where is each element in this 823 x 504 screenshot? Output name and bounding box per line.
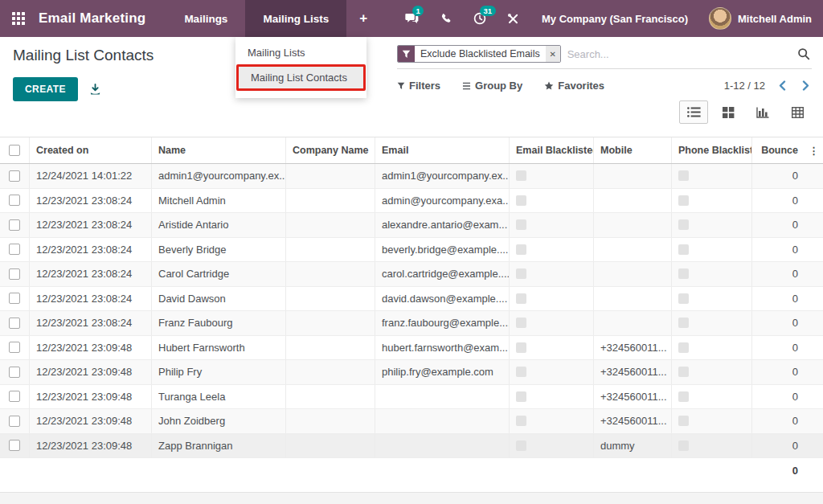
company-switcher[interactable]: My Company (San Francisco) xyxy=(534,13,702,25)
pivot-view-button[interactable] xyxy=(783,100,812,124)
row-checkbox[interactable] xyxy=(9,318,20,329)
kanban-view-button[interactable] xyxy=(714,100,743,124)
cell-company-name xyxy=(285,336,375,360)
email-blacklisted-checkbox xyxy=(516,293,526,304)
messages-button[interactable]: 1 xyxy=(399,0,426,37)
row-checkbox[interactable] xyxy=(9,268,20,280)
col-header-company-name[interactable]: Company Name xyxy=(285,137,375,163)
cell-created-on: 12/23/2021 23:09:48 xyxy=(29,385,151,409)
phone-icon xyxy=(440,13,452,24)
row-checkbox[interactable] xyxy=(9,367,20,378)
cell-company-name xyxy=(285,262,375,286)
table-row[interactable]: 12/23/2021 23:09:48Philip Fryphilip.fry@… xyxy=(0,360,823,385)
cell-mobile xyxy=(593,287,671,311)
search-input[interactable] xyxy=(561,48,797,60)
avatar xyxy=(709,7,731,30)
menu-mailing-lists[interactable]: Mailing Lists xyxy=(245,0,346,37)
star-icon xyxy=(544,81,554,91)
table-row[interactable]: 12/23/2021 23:08:24David Dawsondavid.daw… xyxy=(0,287,823,312)
app-name[interactable]: Email Marketing xyxy=(37,0,166,37)
table-row[interactable]: 12/23/2021 23:09:48Hubert Farnsworthhube… xyxy=(0,336,823,361)
cell-created-on: 12/23/2021 23:09:48 xyxy=(29,409,151,433)
col-header-created-on[interactable]: Created on xyxy=(29,137,151,163)
cell-mobile xyxy=(593,164,671,188)
cell-email: david.dawson@example.... xyxy=(375,287,509,311)
email-blacklisted-checkbox xyxy=(516,244,526,255)
apps-menu-icon[interactable] xyxy=(0,0,37,37)
favorites-button[interactable]: Favorites xyxy=(544,80,604,92)
dropdown-item-mailing-lists[interactable]: Mailing Lists xyxy=(235,42,366,64)
col-header-email[interactable]: Email xyxy=(375,137,509,163)
list-view-button[interactable] xyxy=(679,100,708,124)
tools-button[interactable] xyxy=(500,0,527,37)
dropdown-item-mailing-list-contacts[interactable]: Mailing List Contacts xyxy=(239,67,363,88)
optional-columns-icon[interactable]: ⋮ xyxy=(805,137,823,163)
cell-email xyxy=(375,434,509,458)
activities-button[interactable]: 31 xyxy=(466,0,493,37)
row-checkbox[interactable] xyxy=(9,219,20,231)
cell-phone-blacklisted xyxy=(671,164,751,188)
cell-phone-blacklisted xyxy=(671,238,751,262)
cell-email-blacklisted xyxy=(509,189,593,213)
bounce-total: 0 xyxy=(751,458,805,482)
col-header-phone-blacklisted[interactable]: Phone Blacklist... xyxy=(671,137,751,163)
cell-bounce: 0 xyxy=(751,189,805,213)
group-by-icon xyxy=(462,82,471,90)
user-menu[interactable]: Mitchell Admin xyxy=(709,7,812,30)
row-checkbox[interactable] xyxy=(9,342,20,353)
cell-mobile xyxy=(593,262,671,286)
cell-name: Aristide Antario xyxy=(151,213,285,237)
table-row[interactable]: 12/23/2021 23:08:24Beverly Bridgebeverly… xyxy=(0,238,823,263)
table-row[interactable]: 12/23/2021 23:08:24Franz Faubourgfranz.f… xyxy=(0,311,823,336)
facet-remove-icon[interactable]: ✕ xyxy=(546,46,560,62)
cell-email: carol.cartridge@example.... xyxy=(375,262,509,286)
cell-name: Philip Fry xyxy=(151,360,285,384)
create-button[interactable]: CREATE xyxy=(13,77,78,101)
mailing-lists-dropdown: Mailing Lists Mailing List Contacts xyxy=(235,37,366,98)
kanban-icon xyxy=(723,107,735,118)
email-blacklisted-checkbox xyxy=(516,440,526,451)
menu-mailings[interactable]: Mailings xyxy=(166,0,245,37)
table-row[interactable]: 12/23/2021 23:09:48John Zoidberg+3245600… xyxy=(0,409,823,434)
grid-icon xyxy=(12,12,25,25)
pager-previous-icon[interactable] xyxy=(776,80,788,91)
cell-created-on: 12/23/2021 23:08:24 xyxy=(29,262,151,286)
cell-email xyxy=(375,385,509,409)
row-checkbox[interactable] xyxy=(9,416,20,427)
table-row[interactable]: 12/23/2021 23:09:48Zapp Brannigandummy0 xyxy=(0,434,823,459)
row-checkbox[interactable] xyxy=(9,195,20,206)
cell-created-on: 12/23/2021 23:08:24 xyxy=(29,213,151,237)
table-row[interactable]: 12/23/2021 23:08:24Aristide Antarioalexa… xyxy=(0,213,823,238)
row-checkbox[interactable] xyxy=(9,440,20,451)
email-blacklisted-checkbox xyxy=(516,342,526,353)
graph-view-button[interactable] xyxy=(748,100,777,124)
col-header-email-blacklisted[interactable]: Email Blacklisted xyxy=(509,137,593,163)
menu-plus-button[interactable]: + xyxy=(346,0,380,37)
cell-bounce: 0 xyxy=(751,311,805,335)
col-header-mobile[interactable]: Mobile xyxy=(593,137,671,163)
table-header: Created on Name Company Name Email Email… xyxy=(0,137,823,164)
cell-name: Turanga Leela xyxy=(151,385,285,409)
col-header-name[interactable]: Name xyxy=(151,137,285,163)
row-checkbox[interactable] xyxy=(9,293,20,304)
cell-email: hubert.farnsworth@exam... xyxy=(375,336,509,360)
search-icon[interactable] xyxy=(797,47,812,60)
group-by-button[interactable]: Group By xyxy=(462,80,522,92)
table-row[interactable]: 12/23/2021 23:09:48Turanga Leela+3245600… xyxy=(0,385,823,410)
cell-name: admin1@yourcompany.ex... xyxy=(151,164,285,188)
row-checkbox[interactable] xyxy=(9,391,20,402)
cell-mobile: +324560011... xyxy=(593,385,671,409)
cell-created-on: 12/23/2021 23:08:24 xyxy=(29,238,151,262)
select-all-checkbox[interactable] xyxy=(9,145,20,156)
table-row[interactable]: 12/23/2021 23:08:24Carol Cartridgecarol.… xyxy=(0,262,823,287)
calls-button[interactable] xyxy=(432,0,460,37)
table-row[interactable]: 12/23/2021 23:08:24Mitchell Adminadmin@y… xyxy=(0,189,823,214)
pager-next-icon[interactable] xyxy=(800,80,812,91)
table-row[interactable]: 12/24/2021 14:01:22admin1@yourcompany.ex… xyxy=(0,164,823,189)
export-icon[interactable] xyxy=(89,84,101,96)
phone-blacklisted-checkbox xyxy=(678,195,689,206)
row-checkbox[interactable] xyxy=(9,244,20,255)
row-checkbox[interactable] xyxy=(9,170,20,182)
col-header-bounce[interactable]: Bounce xyxy=(751,137,805,163)
filters-button[interactable]: Filters xyxy=(397,80,440,92)
